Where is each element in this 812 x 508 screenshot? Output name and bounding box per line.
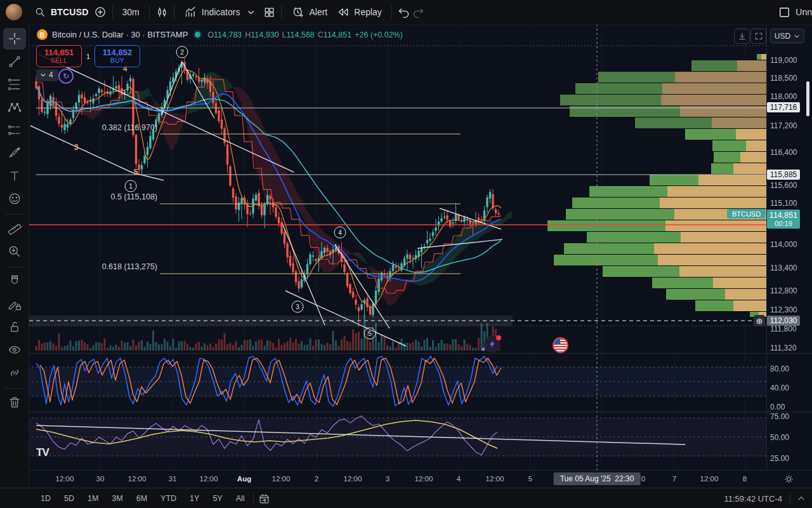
layout-grid-icon[interactable] [262,5,276,19]
add-symbol-icon[interactable] [93,5,107,19]
time-axis[interactable]: Tue 05 Aug '25 22:30 12:003012:003112:00… [29,470,812,488]
scrollbar-thumb[interactable] [806,81,809,116]
fib-level-label[interactable]: 0.5 (115,108) [111,192,157,201]
divider [174,6,174,18]
boost-icon[interactable] [484,336,501,352]
range-button-all[interactable]: All [232,491,249,505]
time-tick: 12:00 [128,475,147,483]
economic-event-icon[interactable] [553,337,568,353]
pane-separator[interactable] [29,353,812,354]
quick-action-icon[interactable]: ↻ [58,69,74,84]
emoji-tool[interactable] [3,188,26,210]
time-tick: 12:00 [415,475,433,483]
elliott-wave-label[interactable]: 2 [176,46,188,58]
bottom-toolbar: 1D5D1M3M6MYTD1Y5YAll 11:59:42 UTC-4 [0,488,812,508]
oscillator-tick: 75.00 [770,412,789,421]
buy-button[interactable]: 114,852 BUY [95,45,140,67]
range-button-5y[interactable]: 5Y [208,491,226,505]
fib-level-label[interactable]: 0.382 (116,970) [102,123,157,132]
symbol-title: Bitcoin / U.S. Dollar · 30 · BITSTAMP [52,30,188,39]
redo-icon[interactable] [411,5,425,19]
price-tick: 111,320 [770,344,797,352]
fib-retracement-tool[interactable] [3,74,26,95]
oscillator-tick: 40.00 [770,384,789,392]
candle-style-icon[interactable] [155,5,169,19]
trend-line-tool[interactable] [3,51,26,72]
time-tick: 0 [641,475,645,483]
currency-select[interactable]: USD [770,29,804,43]
undo-icon[interactable] [397,5,411,19]
range-button-3m[interactable]: 3M [107,491,127,505]
fullscreen-button[interactable] [750,29,766,44]
brush-icon [7,145,22,161]
elliott-wave-label[interactable]: 1 [125,180,137,192]
magnet-tool[interactable] [3,271,26,292]
time-tick: 12:00 [700,475,719,483]
price-tick: 112,300 [770,305,797,314]
sell-button[interactable]: 114,851 SELL [36,45,82,67]
drawing-toolbar [0,24,29,488]
hide-all-icon [7,342,22,358]
object-tree-chip[interactable]: 4 [36,69,58,81]
crosshair-time-tooltip: Tue 05 Aug '25 22:30 [554,472,641,485]
lock-all-icon [7,319,22,335]
hide-all-tool[interactable] [3,339,26,361]
trend-line-icon [7,54,22,69]
fib-level-label[interactable]: 0.618 (113,275) [102,262,157,271]
interval-button[interactable]: 30m [118,4,144,20]
alert-button[interactable]: Alert [287,3,332,22]
elliott-wave-label[interactable]: 5 [364,328,376,340]
replay-button[interactable]: Replay [332,3,386,22]
time-tick: 12:00 [200,475,218,483]
change-value: +26 (+0.02%) [355,30,403,39]
checkbox-icon[interactable] [779,5,790,19]
time-tick: 8 [743,475,747,483]
elliott-wave-label[interactable]: 3 [292,301,304,313]
price-tick: 111,800 [770,324,797,333]
go-to-date-icon[interactable] [258,491,272,505]
download-chart-button[interactable] [734,29,750,44]
price-level-label: 115,885 [767,170,800,180]
range-button-1m[interactable]: 1M [83,491,103,505]
time-tick: 12:00 [272,475,291,483]
text-icon [7,168,22,184]
time-tick: 31 [169,475,177,483]
text-tool[interactable] [3,165,26,187]
indicators-button[interactable]: Indicators [180,3,263,22]
alarm-clock-icon [291,5,305,19]
range-button-ytd[interactable]: YTD [156,491,181,505]
tradingview-logo[interactable]: TV [36,446,49,459]
date-range-buttons: 1D5D1M3M6MYTD1Y5YAll [36,491,249,505]
elliott-wave-label[interactable]: 4 [334,227,346,239]
xabcd-pattern-tool[interactable] [3,97,26,118]
range-button-6m[interactable]: 6M [132,491,152,505]
link-tool[interactable] [3,362,26,384]
layout-name-group[interactable]: Unn [779,5,812,19]
spread-value: 1 [82,53,95,60]
link-icon [7,365,22,380]
draw-lock-tool[interactable] [3,293,26,315]
forecast-tool[interactable] [3,119,26,141]
brush-tool[interactable] [3,142,26,164]
current-price-label: 114,851 00:19 [767,210,800,229]
symbol-search-button[interactable]: BTCUSD [29,3,93,22]
range-button-1y[interactable]: 1Y [185,491,204,505]
draw-lock-icon [7,297,22,312]
add-order-icon[interactable]: ⊕ [754,315,765,326]
price-tick: 113,400 [770,264,797,272]
lock-all-tool[interactable] [3,316,26,338]
crosshair-tool[interactable] [3,28,26,50]
trash-tool[interactable] [3,392,26,413]
range-button-5d[interactable]: 5D [60,491,79,505]
gear-icon[interactable] [783,474,794,485]
chart-legend[interactable]: B Bitcoin / U.S. Dollar · 30 · BITSTAMP … [37,29,406,40]
price-level-label: 117,716 [767,102,800,112]
pane-separator[interactable] [29,411,812,412]
ruler-tool[interactable] [3,218,26,239]
avatar[interactable] [6,4,22,20]
zoom-in-tool[interactable] [3,241,26,262]
zoom-in-icon [7,244,22,259]
market-open-dot [195,32,200,37]
range-button-1d[interactable]: 1D [36,491,55,505]
chevron-up-icon[interactable] [794,491,808,505]
